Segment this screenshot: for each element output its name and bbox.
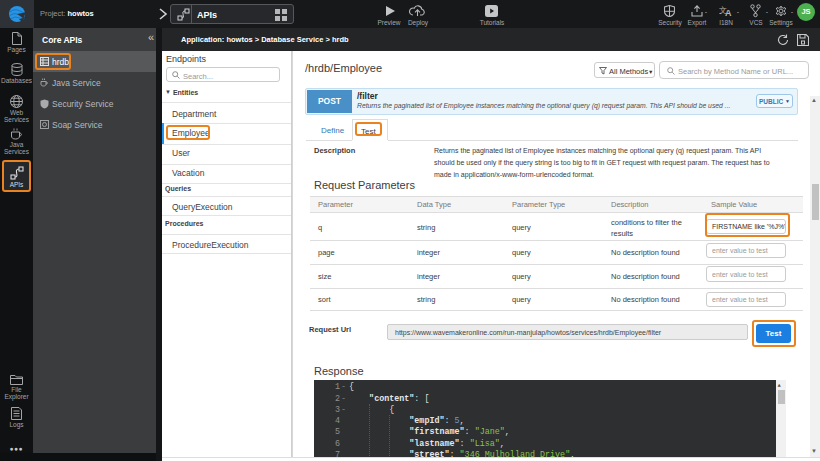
- svg-text:A: A: [725, 8, 732, 17]
